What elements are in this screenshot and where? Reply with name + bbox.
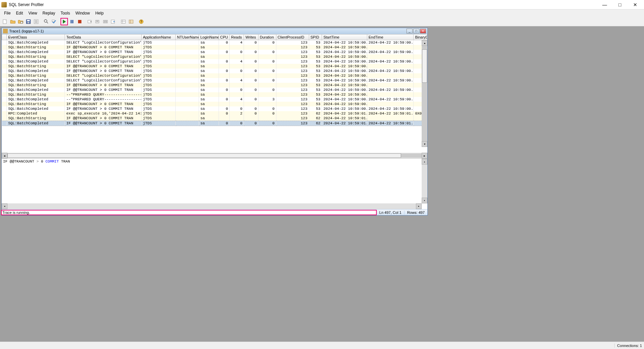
col-spid[interactable]: SPID bbox=[309, 34, 322, 40]
table-row[interactable]: SQL:BatchStarting--*PREPARED QUERY------… bbox=[2, 92, 427, 97]
table-row[interactable]: SQL:BatchStartingSELECT "LogCollectorCon… bbox=[2, 54, 427, 59]
table-row[interactable]: SQL:BatchStartingSELECT "LogCollectorCon… bbox=[2, 73, 427, 78]
table-row[interactable]: SQL:BatchStartingIF @@TRANCOUNT > 0 COMM… bbox=[2, 64, 427, 69]
svg-rect-22 bbox=[121, 20, 125, 23]
replay-pause-button[interactable]: TT bbox=[102, 18, 109, 25]
svg-rect-13 bbox=[72, 20, 73, 23]
trace-window-titlebar[interactable]: Trace1 (logqa-s17-1) _ □ ✕ bbox=[2, 28, 427, 34]
col-appname[interactable]: ApplicationName bbox=[141, 34, 175, 40]
menu-view[interactable]: View bbox=[26, 10, 40, 16]
menu-file[interactable]: File bbox=[1, 10, 13, 16]
col-loginname[interactable]: LoginName bbox=[199, 34, 219, 40]
table-row[interactable]: SQL:BatchCompletedSELECT "LogCollectorCo… bbox=[2, 78, 427, 83]
help-button[interactable]: ? bbox=[138, 18, 145, 25]
detail-scroll-up-icon[interactable]: ▴ bbox=[422, 159, 427, 165]
col-cpu[interactable]: CPU bbox=[219, 34, 229, 40]
properties-button[interactable] bbox=[32, 18, 40, 25]
status-connections: Connections: 1 bbox=[614, 344, 642, 348]
col-clientprocessid[interactable]: ClientProcessID bbox=[276, 34, 309, 40]
menu-window[interactable]: Window bbox=[73, 10, 93, 16]
table-row[interactable]: SQL:BatchCompleted--*PREPARED QUERY-----… bbox=[2, 97, 427, 102]
table-row[interactable]: SQL:BatchCompletedIF @@TRANCOUNT > 0 COM… bbox=[2, 106, 427, 111]
find-button[interactable] bbox=[43, 18, 50, 25]
detail-scroll-left-icon[interactable]: ◂ bbox=[2, 203, 7, 209]
col-textdata[interactable]: TextData bbox=[65, 34, 142, 40]
detail-scroll-right-icon[interactable]: ▸ bbox=[416, 203, 422, 209]
trace-window: Trace1 (logqa-s17-1) _ □ ✕ bbox=[1, 28, 428, 216]
col-ntusername[interactable]: NTUserName bbox=[176, 34, 199, 40]
minimize-button[interactable]: — bbox=[597, 0, 612, 9]
child-maximize-button[interactable]: □ bbox=[413, 29, 419, 33]
col-starttime[interactable]: StartTime bbox=[322, 34, 367, 40]
menu-edit[interactable]: Edit bbox=[13, 10, 26, 16]
table-row[interactable]: SQL:BatchCompletedIF @@TRANCOUNT > 0 COM… bbox=[2, 69, 427, 73]
child-close-button[interactable]: ✕ bbox=[420, 29, 426, 33]
detail-pane[interactable]: IF @@TRANCOUNT > 0 COMMIT TRAN ▴ ▾ ◂ ▸ bbox=[2, 158, 427, 209]
open-table-button[interactable] bbox=[17, 18, 24, 25]
menu-replay[interactable]: Replay bbox=[40, 10, 58, 16]
table-row[interactable]: SQL:BatchStartingIF @@TRANCOUNT > 0 COMM… bbox=[2, 45, 427, 50]
trace-table[interactable]: EventClass TextData ApplicationName NTUs… bbox=[2, 34, 427, 126]
menu-help[interactable]: Help bbox=[93, 10, 106, 16]
svg-line-10 bbox=[47, 22, 48, 23]
replay-step-button[interactable] bbox=[86, 18, 94, 25]
status-rows: Rows: 497 bbox=[404, 210, 427, 215]
menu-tools[interactable]: Tools bbox=[58, 10, 73, 16]
table-row[interactable]: SQL:BatchCompletedSELECT "LogCollectorCo… bbox=[2, 40, 427, 45]
scroll-left-icon[interactable]: ◂ bbox=[2, 153, 7, 158]
menubar: File Edit View Replay Tools Window Help bbox=[0, 9, 644, 17]
svg-rect-11 bbox=[52, 20, 54, 22]
svg-rect-25 bbox=[129, 20, 133, 23]
grid-vscrollbar[interactable]: ▴ ▾ bbox=[422, 40, 427, 147]
col-writes[interactable]: Writes bbox=[244, 34, 258, 40]
replay-run-button[interactable] bbox=[94, 18, 101, 25]
table-row[interactable]: SQL:BatchCompletedIF @@TRANCOUNT > 0 COM… bbox=[2, 50, 427, 54]
pause-trace-button[interactable] bbox=[68, 18, 76, 25]
app-icon bbox=[1, 2, 7, 7]
table-row[interactable]: RPC:Completedexec sp_execute 10,'2024-04… bbox=[2, 111, 427, 116]
titlebar: SQL Server Profiler — □ ✕ bbox=[0, 0, 644, 9]
scroll-down-icon[interactable]: ▾ bbox=[422, 141, 427, 147]
table-row[interactable]: SQL:BatchCompletedSELECT "LogCollectorCo… bbox=[2, 59, 427, 64]
grid-hscrollbar[interactable]: ◂ ▸ bbox=[2, 153, 427, 158]
detail-hscrollbar[interactable]: ◂ ▸ bbox=[2, 203, 422, 209]
table-row[interactable]: SQL:BatchStartingIF @@TRANCOUNT > 0 COMM… bbox=[2, 102, 427, 106]
child-minimize-button[interactable]: _ bbox=[406, 29, 413, 33]
trace-window-title: Trace1 (logqa-s17-1) bbox=[9, 29, 406, 33]
tuning-button[interactable] bbox=[127, 18, 135, 25]
col-duration[interactable]: Duration bbox=[258, 34, 276, 40]
template-button[interactable] bbox=[120, 18, 127, 25]
detail-vscrollbar[interactable]: ▴ ▾ bbox=[422, 159, 427, 203]
table-row[interactable]: SQL:BatchStartingIF @@TRANCOUNT > 0 COMM… bbox=[2, 83, 427, 88]
run-trace-button[interactable] bbox=[60, 18, 68, 25]
table-row[interactable]: SQL:BatchStartingIF @@TRANCOUNT > 0 COMM… bbox=[2, 116, 427, 121]
close-button[interactable]: ✕ bbox=[627, 0, 643, 9]
status-lncol: Ln 497, Col 1 bbox=[377, 210, 404, 215]
scroll-right-icon[interactable]: ▸ bbox=[422, 153, 427, 158]
mdi-area: Trace1 (logqa-s17-1) _ □ ✕ bbox=[0, 26, 644, 342]
trace-grid-scroll[interactable]: EventClass TextData ApplicationName NTUs… bbox=[2, 34, 427, 153]
trace-grid-container: EventClass TextData ApplicationName NTUs… bbox=[2, 34, 427, 158]
stop-trace-button[interactable] bbox=[76, 18, 83, 25]
detail-scroll-down-icon[interactable]: ▾ bbox=[422, 198, 427, 203]
save-button[interactable] bbox=[25, 18, 32, 25]
breakpoint-button[interactable] bbox=[109, 18, 117, 25]
new-trace-button[interactable] bbox=[1, 18, 9, 25]
table-row[interactable]: SQL:BatchCompletedIF @@TRANCOUNT > 0 COM… bbox=[2, 88, 427, 92]
col-rowmarker[interactable] bbox=[2, 34, 7, 40]
open-file-button[interactable] bbox=[9, 18, 17, 25]
app-window: SQL Server Profiler — □ ✕ File Edit View… bbox=[0, 0, 644, 349]
toolbar: TT ? bbox=[0, 17, 644, 26]
clear-trace-button[interactable] bbox=[50, 18, 58, 25]
status-trace: Trace is running. bbox=[1, 210, 377, 215]
table-row[interactable]: SQL:BatchCompletedIF @@TRANCOUNT > 0 COM… bbox=[2, 121, 427, 126]
col-reads[interactable]: Reads bbox=[229, 34, 244, 40]
scroll-up-icon[interactable]: ▴ bbox=[422, 40, 427, 46]
maximize-button[interactable]: □ bbox=[612, 0, 627, 9]
table-header-row: EventClass TextData ApplicationName NTUs… bbox=[2, 34, 427, 40]
svg-rect-1 bbox=[21, 22, 23, 23]
col-eventclass[interactable]: EventClass bbox=[7, 34, 65, 40]
svg-text:TT: TT bbox=[104, 21, 107, 23]
col-endtime[interactable]: EndTime bbox=[367, 34, 414, 40]
col-binarydata[interactable]: BinaryD bbox=[414, 34, 427, 40]
